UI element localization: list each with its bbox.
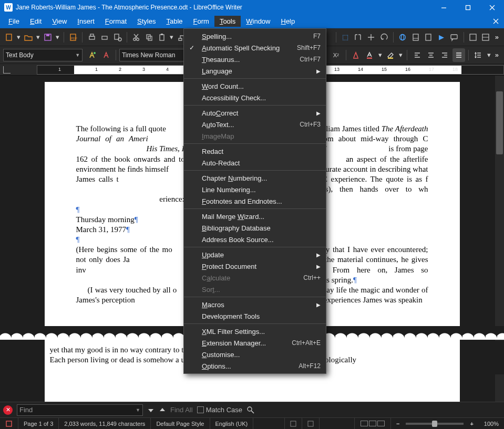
line-spacing-dropdown[interactable]: ▾ <box>486 48 492 62</box>
find-close-button[interactable]: ✕ <box>3 405 13 415</box>
tools-menu-item[interactable]: Word Count... <box>184 80 326 92</box>
tools-menu-item[interactable]: AutoCorrect▶ <box>184 107 326 119</box>
save-status-icon[interactable] <box>0 418 18 429</box>
align-right-button[interactable] <box>438 48 451 62</box>
find-input[interactable]: Find ▼ <box>17 404 143 416</box>
insert-endnote-button[interactable] <box>423 30 435 44</box>
scrollbar-thumb[interactable] <box>496 91 503 154</box>
tools-menu-item[interactable]: Chapter Numbering... <box>184 172 326 184</box>
toolbar-overflow-button[interactable]: » <box>493 33 501 41</box>
font-color-button[interactable] <box>363 48 376 62</box>
menu-styles[interactable]: Styles <box>132 16 161 27</box>
tools-menu-item[interactable]: Line Numbering... <box>184 184 326 195</box>
page-style-status[interactable]: Default Page Style <box>151 418 210 429</box>
find-and-replace-button[interactable] <box>246 406 255 414</box>
clear-formatting-button[interactable] <box>349 48 362 62</box>
save-button[interactable] <box>42 30 54 44</box>
tools-menu-item[interactable]: Customise... <box>184 349 326 360</box>
menu-view[interactable]: View <box>47 16 72 27</box>
zoom-slider[interactable] <box>406 423 464 425</box>
find-all-button[interactable]: Find All <box>170 406 193 414</box>
manage-changes-icon[interactable] <box>480 30 492 44</box>
language-status[interactable]: English (UK) <box>210 418 254 429</box>
print-preview-button[interactable] <box>111 30 124 44</box>
tools-menu-item[interactable]: XML Filter Settings... <box>184 326 326 337</box>
menu-form[interactable]: Form <box>188 16 214 27</box>
insert-footnote-button[interactable] <box>409 30 421 44</box>
open-dropdown[interactable]: ▾ <box>36 30 41 44</box>
menu-tools[interactable]: Tools <box>214 16 241 27</box>
find-next-button[interactable] <box>159 406 166 414</box>
insert-hyperlink-button[interactable] <box>397 30 409 44</box>
tools-menu-item[interactable]: Footnotes and Endnotes... <box>184 195 326 207</box>
new-doc-button[interactable] <box>3 30 15 44</box>
tools-menu-item[interactable]: Auto-Redact <box>184 157 326 169</box>
tools-menu-item[interactable]: Thesaurus...Ctrl+F7 <box>184 54 326 65</box>
tools-menu-item[interactable]: Accessibility Check... <box>184 92 326 103</box>
align-center-button[interactable] <box>425 48 437 62</box>
export-pdf-button[interactable]: PDF <box>67 30 79 44</box>
zoom-percent[interactable]: 100% <box>479 418 504 429</box>
word-count-status[interactable]: 2,033 words, 11,849 characters <box>59 418 151 429</box>
selection-mode-status[interactable] <box>285 418 302 429</box>
view-layout-buttons[interactable] <box>355 418 391 429</box>
copy-button[interactable] <box>143 30 156 44</box>
tools-menu-item[interactable]: Address Book Source... <box>184 234 326 245</box>
close-document-button[interactable] <box>493 18 499 24</box>
insert-field-button[interactable]: ⬚ <box>340 30 352 44</box>
zoom-in-button[interactable]: + <box>468 421 475 427</box>
new-doc-dropdown[interactable]: ▾ <box>16 30 22 44</box>
cut-button[interactable] <box>130 30 142 44</box>
align-justify-button[interactable] <box>452 48 465 62</box>
find-prev-button[interactable] <box>147 406 155 414</box>
menu-edit[interactable]: Edit <box>25 16 47 27</box>
highlight-dropdown[interactable]: ▾ <box>398 48 404 62</box>
formatting-overflow-button[interactable]: » <box>493 51 501 59</box>
tools-menu-item[interactable]: ✓Automatic Spell CheckingShift+F7 <box>184 42 326 54</box>
tools-menu-item[interactable]: Mail Merge Wizard... <box>184 211 326 222</box>
tools-menu-item[interactable]: Options...Alt+F12 <box>184 360 326 372</box>
paste-dropdown[interactable]: ▾ <box>169 30 174 44</box>
insert-mode-status[interactable] <box>253 418 285 429</box>
paste-button[interactable] <box>156 30 168 44</box>
tools-menu-item[interactable]: Development Tools <box>184 310 326 322</box>
open-button[interactable] <box>23 30 35 44</box>
menu-window[interactable]: Window <box>241 16 275 27</box>
menu-file[interactable]: File <box>3 16 25 27</box>
insert-endnote-icon[interactable] <box>352 30 364 44</box>
maximize-button[interactable] <box>456 0 480 15</box>
tools-menu-item[interactable]: Macros▶ <box>184 299 326 310</box>
save-dropdown[interactable]: ▾ <box>55 30 60 44</box>
tools-menu-item[interactable]: Language▶ <box>184 65 326 77</box>
menu-help[interactable]: Help <box>275 16 300 27</box>
show-track-changes-icon[interactable] <box>467 30 479 44</box>
line-spacing-button[interactable] <box>472 48 485 62</box>
tools-menu-item[interactable]: Update▶ <box>184 249 326 260</box>
subscript-button[interactable]: X2 <box>330 48 342 62</box>
tools-menu-item[interactable]: Extension Manager...Ctrl+Alt+E <box>184 337 326 349</box>
tools-menu-item[interactable]: Spelling...F7 <box>184 30 326 42</box>
insert-bookmark-icon[interactable] <box>365 30 377 44</box>
print-button[interactable] <box>99 30 111 44</box>
tab-type-selector[interactable] <box>3 66 11 74</box>
align-left-button[interactable] <box>410 48 423 62</box>
signature-status[interactable] <box>302 418 320 429</box>
track-changes-icon[interactable]: ▶ <box>435 30 447 44</box>
insert-comment-button[interactable] <box>448 30 460 44</box>
menu-insert[interactable]: Insert <box>72 16 100 27</box>
insert-cross-ref-icon[interactable] <box>378 30 390 44</box>
tools-menu-item[interactable]: AutoText...Ctrl+F3 <box>184 119 326 130</box>
paragraph-style-combo[interactable]: Text Body ▼ <box>3 49 83 61</box>
highlight-button[interactable] <box>384 48 397 62</box>
tools-menu-item[interactable]: Protect Document▶ <box>184 260 326 272</box>
print-directly-button[interactable] <box>86 30 98 44</box>
font-color-dropdown[interactable]: ▾ <box>377 48 383 62</box>
zoom-out-button[interactable]: − <box>394 421 402 427</box>
minimize-button[interactable] <box>431 0 456 15</box>
new-style-button[interactable] <box>100 48 112 62</box>
menu-format[interactable]: Format <box>100 16 132 27</box>
tools-menu-item[interactable]: Bibliography Database <box>184 222 326 234</box>
close-button[interactable] <box>480 0 504 15</box>
menu-table[interactable]: Table <box>161 16 188 27</box>
match-case-checkbox[interactable]: Match Case <box>197 406 242 414</box>
